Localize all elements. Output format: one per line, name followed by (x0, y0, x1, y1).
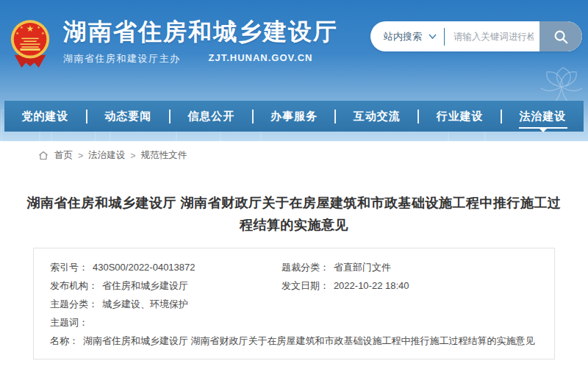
site-title: 湖南省住房和城乡建设厅 (63, 19, 338, 45)
meta-subject: 主题分类：城乡建设、环境保护 (50, 295, 542, 313)
chevron-down-icon (429, 34, 437, 39)
breadcrumb-separator: > (130, 151, 135, 161)
magnifier-icon (553, 29, 569, 45)
document-meta-box: 索引号：430S00/2022-04013872 题裁分类：省直部门文件 发布机… (33, 248, 555, 359)
svg-text:★: ★ (37, 25, 40, 29)
flower-watermark-graphic (535, 65, 588, 106)
meta-publisher: 发布机构：省住房和城乡建设厅 (50, 276, 282, 295)
svg-text:★: ★ (15, 31, 19, 35)
meta-publish-date: 发文日期：2022-10-22 18:40 (282, 276, 542, 295)
search-scope-dropdown[interactable]: 站内搜索 (370, 30, 444, 43)
breadcrumb-separator: > (78, 151, 83, 161)
breadcrumb: 首页 > 法治建设 > 规范性文件 (0, 141, 588, 162)
svg-text:★: ★ (41, 31, 45, 35)
active-tab-indicator (519, 127, 567, 129)
site-search: 站内搜索 (370, 21, 582, 51)
nav-item-news[interactable]: 动态要闻 (87, 101, 169, 132)
document-title: 湖南省住房和城乡建设厅 湖南省财政厅关于在房屋建筑和市政基础设施工程中推行施工过… (26, 193, 562, 236)
site-url: ZJT.HUNAN.GOV.CN (209, 52, 313, 65)
site-subtitle: 湖南省住房和建设厅主办 (63, 52, 181, 65)
main-content: 首页 > 法治建设 > 规范性文件 湖南省住房和城乡建设厅 湖南省财政厅关于在房… (0, 141, 588, 383)
meta-name: 名称：湖南省住房和城乡建设厅 湖南省财政厅关于在房屋建筑和市政基础设施工程中推行… (50, 332, 542, 350)
nav-item-info-disclosure[interactable]: 信息公开 (171, 101, 252, 132)
breadcrumb-rule-of-law[interactable]: 法治建设 (88, 149, 125, 162)
meta-keywords: 主题词： (50, 313, 542, 332)
svg-text:★: ★ (20, 25, 24, 29)
meta-index-number: 索引号：430S00/2022-04013872 (50, 258, 282, 276)
main-nav: 党的建设 动态要闻 信息公开 办事服务 互动交流 行业建设 法治建设 (4, 101, 584, 132)
breadcrumb-home[interactable]: 首页 (54, 149, 73, 162)
svg-text:★: ★ (26, 24, 34, 33)
national-emblem-logo: ★ ★ ★ ★ ★ (7, 18, 53, 75)
nav-item-industry[interactable]: 行业建设 (419, 101, 501, 132)
search-input[interactable] (445, 32, 539, 42)
nav-item-interaction[interactable]: 互动交流 (336, 101, 417, 132)
breadcrumb-current: 规范性文件 (141, 149, 187, 162)
home-icon (38, 151, 49, 160)
page-header: ★ ★ ★ ★ ★ 湖南省住房和城乡建设厅 湖南省住房和建设厅主办 ZJT.HU… (0, 0, 588, 141)
search-button[interactable] (539, 21, 582, 51)
nav-item-party-building[interactable]: 党的建设 (4, 101, 86, 132)
nav-item-rule-of-law[interactable]: 法治建设 (502, 101, 584, 132)
nav-item-services[interactable]: 办事服务 (254, 101, 335, 132)
search-scope-label: 站内搜索 (384, 30, 422, 43)
meta-genre: 题裁分类：省直部门文件 (282, 258, 542, 276)
